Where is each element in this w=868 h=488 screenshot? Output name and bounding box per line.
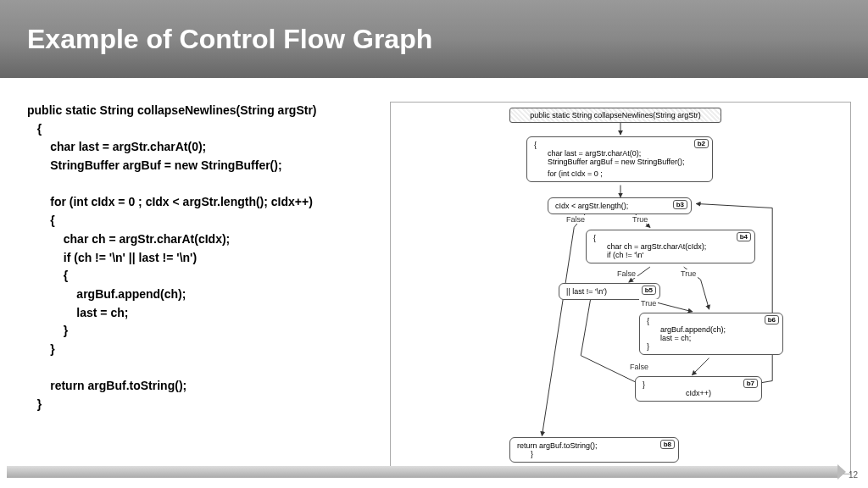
node-header: public static String collapseNewlines(St… <box>509 108 721 123</box>
label-b4-true: True <box>679 269 698 278</box>
svg-line-5 <box>693 358 709 375</box>
label-b4-false: False <box>615 269 637 278</box>
node-b7: b7 } cIdx++) <box>635 376 762 402</box>
footer-bar <box>0 466 868 480</box>
node-b6: b6 { argBuf.append(ch); last = ch; } <box>639 313 783 355</box>
node-b5: b5 || last != '\n') <box>559 283 660 300</box>
node-b8: b8 return argBuf.toString(); } <box>509 437 679 463</box>
label-b5-true: True <box>639 299 658 308</box>
label-b3-true: True <box>631 215 649 224</box>
page-title: Example of Control Flow Graph <box>27 24 432 55</box>
label-b5-false: False <box>628 363 650 371</box>
page-number: 12 <box>849 470 858 480</box>
code-panel: public static String collapseNewlines(St… <box>0 102 390 474</box>
node-b4: b4 { char ch = argStr.charAt(cIdx); if (… <box>586 230 755 263</box>
cfg-diagram: public static String collapseNewlines(St… <box>390 102 851 474</box>
source-code: public static String collapseNewlines(St… <box>27 102 390 414</box>
label-b3-false: False <box>565 215 587 224</box>
node-b2: b2 { char last = argStr.charAt(0); Strin… <box>526 136 713 182</box>
node-b3: b3 cIdx < argStr.length(); <box>548 197 692 214</box>
